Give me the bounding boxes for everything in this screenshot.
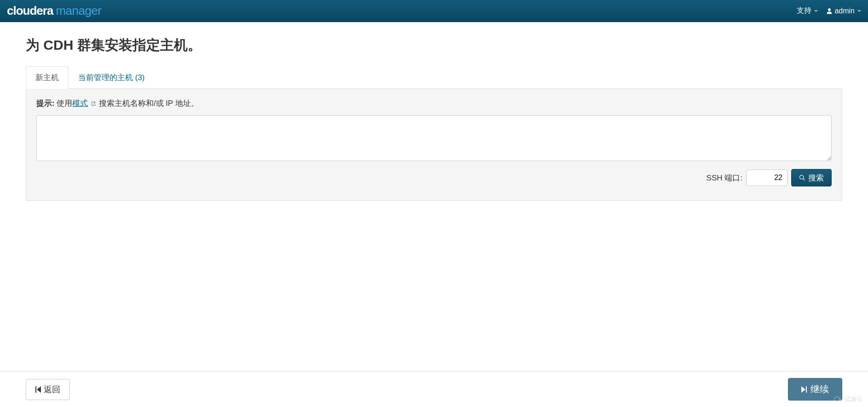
logo-cloudera: cloudera (7, 4, 53, 18)
ssh-port-input[interactable] (746, 169, 788, 186)
page-title: 为 CDH 群集安装指定主机。 (26, 36, 842, 55)
hint-line: 提示: 使用模式 搜索主机名称和/或 IP 地址。 (36, 98, 832, 109)
hint-prefix: 使用 (55, 99, 73, 108)
caret-down-icon (857, 10, 861, 12)
main-container: 为 CDH 群集安装指定主机。 新主机 当前管理的主机 (3) 提示: 使用模式… (0, 22, 868, 210)
search-row: SSH 端口: 搜索 (36, 169, 832, 186)
search-button[interactable]: 搜索 (791, 169, 832, 186)
user-menu[interactable]: admin (826, 7, 861, 15)
hint-label: 提示: (36, 99, 55, 108)
pattern-link[interactable]: 模式 (72, 99, 88, 108)
user-label: admin (834, 7, 855, 15)
navbar: cloudera manager 支持 admin (0, 0, 868, 22)
tabs: 新主机 当前管理的主机 (3) (26, 66, 842, 89)
tab-managed-hosts[interactable]: 当前管理的主机 (3) (69, 66, 155, 89)
logo-manager: manager (56, 4, 101, 18)
logo[interactable]: cloudera manager (7, 4, 102, 18)
search-icon (799, 174, 805, 181)
hint-suffix: 搜索主机名称和/或 IP 地址。 (99, 99, 199, 108)
tab-new-hosts[interactable]: 新主机 (26, 66, 69, 89)
caret-down-icon (814, 10, 818, 12)
support-menu[interactable]: 支持 (797, 6, 818, 16)
hosts-textarea[interactable] (36, 115, 832, 161)
support-label: 支持 (797, 6, 811, 16)
ssh-port-label: SSH 端口: (707, 173, 742, 183)
tab-content: 提示: 使用模式 搜索主机名称和/或 IP 地址。 SSH 端口: 搜索 (26, 89, 842, 201)
external-link-icon (91, 101, 96, 106)
search-button-label: 搜索 (808, 173, 824, 183)
user-icon (826, 8, 833, 14)
nav-right: 支持 admin (797, 6, 861, 16)
